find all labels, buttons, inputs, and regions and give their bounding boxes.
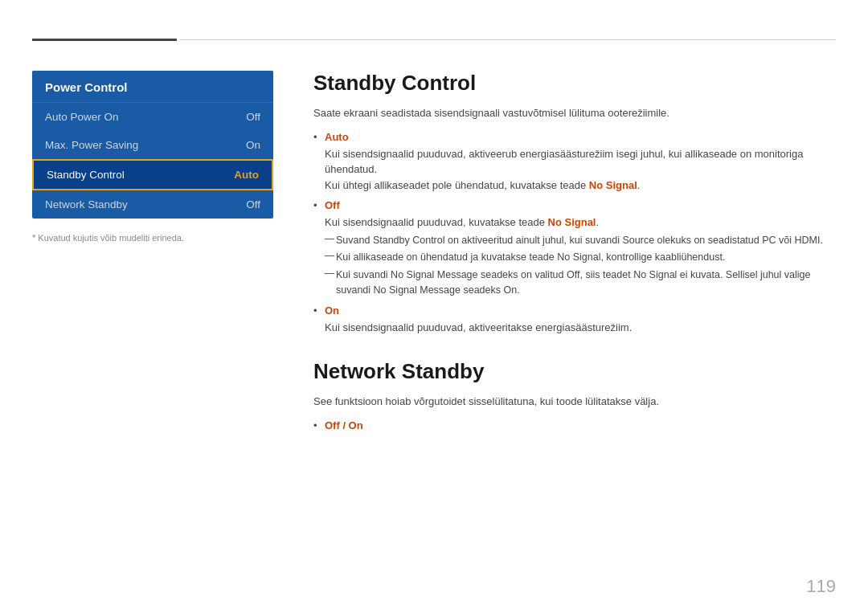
left-panel: Power Control Auto Power On Off Max. Pow… [32,71,273,243]
sub-bullet-text-2: Kui allikaseade on ühendatud ja kuvataks… [336,250,836,265]
no-signal-highlight-1: No Signal [589,179,637,191]
top-line-dark [32,39,177,41]
bullet-auto-text2: Kui ühtegi allikaseadet pole ühendatud, … [325,178,836,194]
pc-bold: PC [762,235,776,246]
no-signal-message-bold-1: No Signal Message [391,269,477,280]
bullet-on-text1: Kui sisendsignaalid puuduvad, aktiveerit… [325,320,836,336]
no-signal-bold-2: No Signal [633,269,677,280]
menu-item-network-standby[interactable]: Network Standby Off [32,190,273,219]
bullet-off-on-label: Off / On [325,419,836,431]
bullet-auto-text1: Kui sisendsignaalid puuduvad, aktiveerub… [325,146,836,178]
top-decorative-lines [32,39,836,41]
bullet-on: On Kui sisendsignaalid puuduvad, aktivee… [313,304,836,336]
sub-bullet-3: Kui suvandi No Signal Message seadeks on… [325,268,836,298]
menu-item-auto-power-on[interactable]: Auto Power On Off [32,103,273,131]
bullet-off-on: Off / On [313,419,836,431]
no-signal-bold-1: No Signal [557,251,600,263]
standby-control-value: Auto [234,169,259,181]
hdmi-bold: HDMI [795,235,821,246]
network-standby-heading: Network Standby [313,359,836,384]
power-control-title: Power Control [32,71,273,103]
network-standby-section: Network Standby See funktsioon hoiab võr… [313,359,836,431]
standby-control-description: Saate ekraani seadistada sisendsignaali … [313,105,836,121]
bullet-off-label: Off [325,199,836,211]
standby-control-label: Standby Control [47,169,125,181]
network-standby-description: See funktsioon hoiab võrgutoidet sisselü… [313,394,836,410]
top-line-light [180,39,836,40]
bullet-auto-label: Auto [325,131,836,143]
bullet-on-label: On [325,304,836,317]
menu-item-standby-control[interactable]: Standby Control Auto [32,159,273,190]
auto-power-on-label: Auto Power On [45,111,119,123]
off-bold: Off [567,269,579,280]
max-power-saving-value: On [246,139,260,151]
standby-control-bold: Standby Control [373,235,445,246]
no-signal-message-orange: No Signal Message [374,284,461,296]
sub-bullet-1: Suvand Standby Control on aktiveeritud a… [325,233,836,248]
network-standby-label: Network Standby [45,198,128,210]
standby-control-section: Standby Control Saate ekraani seadistada… [313,71,836,335]
power-control-box: Power Control Auto Power On Off Max. Pow… [32,71,273,219]
bullet-off-text1: Kui sisendsignaalid puuduvad, kuvatakse … [325,215,836,231]
sub-bullet-text-1: Suvand Standby Control on aktiveeritud a… [336,233,836,248]
max-power-saving-label: Max. Power Saving [45,139,138,151]
sub-bullet-text-3: Kui suvandi No Signal Message seadeks on… [336,268,836,298]
sub-bullet-2: Kui allikaseade on ühendatud ja kuvataks… [325,250,836,265]
menu-item-max-power-saving[interactable]: Max. Power Saving On [32,131,273,159]
bullet-auto: Auto Kui sisendsignaalid puuduvad, aktiv… [313,131,836,194]
right-content: Standby Control Saate ekraani seadistada… [313,71,836,438]
network-standby-value: Off [246,198,260,210]
footnote: * Kuvatud kujutis võib mudeliti erineda. [32,233,273,243]
no-signal-highlight-2: No Signal [548,216,596,228]
source-bold: Source [622,235,654,246]
on-orange: On [503,284,517,296]
page-number: 119 [806,576,836,597]
bullet-off: Off Kui sisendsignaalid puuduvad, kuvata… [313,199,836,298]
auto-power-on-value: Off [246,111,260,123]
standby-control-heading: Standby Control [313,71,836,96]
